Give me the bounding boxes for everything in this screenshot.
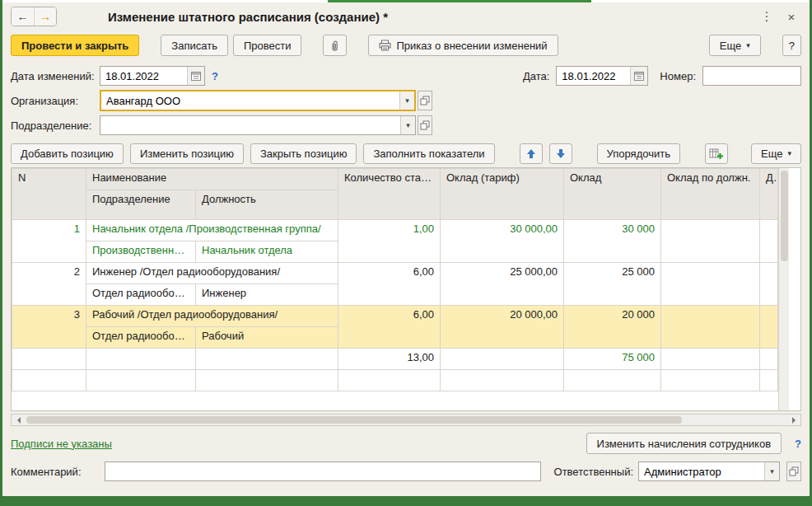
vertical-scrollbar-thumb[interactable] xyxy=(781,171,788,261)
move-up-button[interactable] xyxy=(520,143,543,164)
calendar-icon[interactable] xyxy=(630,67,647,85)
sort-button[interactable]: Упорядочить xyxy=(597,143,680,164)
move-down-button[interactable] xyxy=(549,143,572,164)
calendar-icon[interactable] xyxy=(187,67,204,85)
comment-input[interactable] xyxy=(105,461,541,481)
chevron-down-icon[interactable]: ▾ xyxy=(764,462,779,480)
cell-dept[interactable]: Отдел радиообору… xyxy=(86,284,196,306)
cell-extra[interactable] xyxy=(760,263,778,306)
help-button[interactable]: ? xyxy=(782,35,801,56)
totals-salary-pos xyxy=(661,349,760,370)
column-header-tariff[interactable]: Оклад (тариф) xyxy=(441,169,564,220)
column-header-qty[interactable]: Количество ставок xyxy=(338,169,441,220)
responsible-field: ▾ xyxy=(638,461,780,481)
cell-name[interactable]: Начальник отдела /Производственная групп… xyxy=(86,220,338,241)
change-date-help-icon[interactable]: ? xyxy=(212,70,218,82)
accruals-help-icon[interactable]: ? xyxy=(795,438,801,450)
cell-tariff[interactable]: 20 000,00 xyxy=(441,306,564,349)
column-header-extra[interactable]: Д xyxy=(760,169,778,220)
cell-name[interactable]: Инженер /Отдел радиооборудования/ xyxy=(86,263,338,284)
column-header-salary[interactable]: Оклад xyxy=(564,169,661,220)
department-input[interactable] xyxy=(100,116,400,134)
cell-n[interactable]: 3 xyxy=(12,306,86,349)
cell-pos[interactable]: Начальник отдела xyxy=(196,241,338,263)
column-header-name[interactable]: Наименование xyxy=(86,169,338,190)
date-input[interactable] xyxy=(557,67,630,85)
horizontal-scrollbar-thumb[interactable] xyxy=(26,416,682,424)
cell-dept[interactable]: Производственная… xyxy=(86,241,196,263)
cell-pos[interactable]: Рабочий xyxy=(196,327,338,349)
change-form-table-button[interactable] xyxy=(705,143,728,164)
forward-button[interactable]: → xyxy=(34,7,56,26)
organization-open-button[interactable] xyxy=(418,91,432,110)
cell-empty[interactable] xyxy=(338,370,441,391)
header-fields: Дата изменений: ? Дата: Номер: Организац… xyxy=(2,60,810,139)
fill-indicators-button[interactable]: Заполнить показатели xyxy=(363,143,494,164)
close-icon[interactable]: × xyxy=(782,7,801,26)
post-and-close-button[interactable]: Провести и закрыть xyxy=(11,35,139,56)
cell-extra[interactable] xyxy=(760,306,778,349)
window-menu-icon[interactable]: ⋮ xyxy=(757,7,777,26)
cell-salary-pos[interactable] xyxy=(661,263,760,306)
chevron-down-icon[interactable]: ▾ xyxy=(400,116,415,134)
save-button[interactable]: Записать xyxy=(161,35,228,56)
responsible-input[interactable] xyxy=(639,462,764,480)
cell-qty[interactable]: 6,00 xyxy=(338,306,441,349)
close-position-button[interactable]: Закрыть позицию xyxy=(250,143,357,164)
organization-input[interactable] xyxy=(101,91,399,110)
cell-qty[interactable]: 1,00 xyxy=(338,220,441,263)
attachments-button[interactable] xyxy=(323,35,347,56)
horizontal-scroll-track[interactable] xyxy=(25,415,787,425)
table-row[interactable]: 2 Инженер /Отдел радиооборудования/ 6,00… xyxy=(12,263,778,284)
table-row[interactable]: 1 Начальник отдела /Производственная гру… xyxy=(12,220,778,241)
arrow-down-icon xyxy=(556,148,566,159)
signatures-link[interactable]: Подписи не указаны xyxy=(11,438,112,450)
cell-empty[interactable] xyxy=(196,370,338,391)
cell-salary[interactable]: 25 000 xyxy=(564,263,661,306)
cell-empty[interactable] xyxy=(441,370,564,391)
post-button[interactable]: Провести xyxy=(233,35,302,56)
vertical-scrollbar[interactable] xyxy=(778,168,789,410)
change-accruals-button[interactable]: Изменить начисления сотрудников xyxy=(586,433,782,454)
responsible-open-button[interactable] xyxy=(786,461,801,481)
cell-qty[interactable]: 6,00 xyxy=(338,263,441,306)
cell-pos[interactable]: Инженер xyxy=(196,284,338,306)
cell-salary-pos[interactable] xyxy=(661,306,760,349)
empty-row[interactable] xyxy=(12,370,778,391)
table-row-selected[interactable]: 3 Рабочий /Отдел радиооборудования/ 6,00… xyxy=(12,306,778,327)
cell-empty[interactable] xyxy=(86,370,196,391)
cell-n[interactable]: 1 xyxy=(12,220,86,263)
chevron-down-icon[interactable]: ▾ xyxy=(399,91,414,110)
document-window: ← → Изменение штатного расписания (созда… xyxy=(0,0,812,506)
comment-label: Комментарий: xyxy=(11,466,100,478)
cell-salary[interactable]: 30 000 xyxy=(564,220,661,263)
horizontal-scrollbar[interactable] xyxy=(11,414,801,426)
cell-empty[interactable] xyxy=(564,370,661,391)
column-header-salary-pos[interactable]: Оклад по должн. xyxy=(661,169,760,220)
column-header-dept[interactable]: Подразделение xyxy=(86,190,196,220)
print-order-button[interactable]: Приказ о внесении изменений xyxy=(368,35,558,56)
cell-dept[interactable]: Отдел радиообору… xyxy=(86,327,196,349)
column-header-pos[interactable]: Должность xyxy=(196,190,338,220)
cell-n[interactable]: 2 xyxy=(12,263,86,306)
cell-tariff[interactable]: 25 000,00 xyxy=(441,263,564,306)
department-open-button[interactable] xyxy=(418,115,432,135)
cell-salary[interactable]: 20 000 xyxy=(564,306,661,349)
change-date-input[interactable] xyxy=(100,67,187,85)
more-button[interactable]: Еще ▾ xyxy=(709,35,761,56)
cell-extra[interactable] xyxy=(760,220,778,263)
cell-tariff[interactable]: 30 000,00 xyxy=(441,220,564,263)
cell-name[interactable]: Рабочий /Отдел радиооборудования/ xyxy=(86,306,338,327)
number-input[interactable] xyxy=(702,66,801,86)
cell-empty[interactable] xyxy=(760,370,778,391)
grid-more-button[interactable]: Еще ▾ xyxy=(751,143,801,164)
cell-empty[interactable] xyxy=(12,370,86,391)
add-position-button[interactable]: Добавить позицию xyxy=(11,143,124,164)
cell-empty[interactable] xyxy=(661,370,760,391)
scroll-right-icon[interactable] xyxy=(787,415,800,425)
cell-salary-pos[interactable] xyxy=(661,220,760,263)
column-header-n[interactable]: N xyxy=(12,169,86,220)
back-button[interactable]: ← xyxy=(12,7,34,26)
edit-position-button[interactable]: Изменить позицию xyxy=(130,143,244,164)
scroll-left-icon[interactable] xyxy=(12,415,25,425)
